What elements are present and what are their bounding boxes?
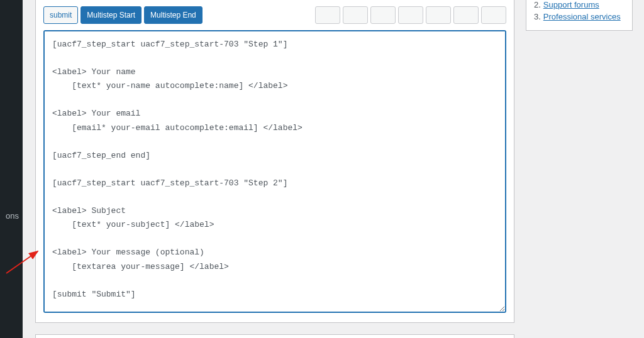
sidebar-menu-fragment[interactable]: ons bbox=[0, 211, 23, 221]
help-link-item: 2. Support forums bbox=[534, 0, 625, 9]
form-editor-panel: submit Multistep Start Multistep End bbox=[35, 0, 514, 323]
main-content: submit Multistep Start Multistep End bbox=[23, 0, 644, 338]
lower-panel bbox=[35, 334, 514, 338]
tag-placeholder bbox=[343, 6, 368, 24]
tag-multistep-end-button[interactable]: Multistep End bbox=[144, 6, 203, 24]
tag-placeholder bbox=[481, 6, 506, 24]
tag-placeholder bbox=[370, 6, 396, 24]
support-forums-link[interactable]: Support forums bbox=[543, 0, 599, 9]
tag-submit-button[interactable]: submit bbox=[43, 6, 78, 24]
admin-sidebar: ons bbox=[0, 0, 23, 338]
professional-services-link[interactable]: Professional services bbox=[543, 12, 621, 21]
tag-placeholder bbox=[453, 6, 479, 24]
tag-placeholder bbox=[426, 6, 451, 24]
form-code-textarea[interactable] bbox=[43, 30, 506, 313]
side-column: 2. Support forums 3. Professional servic… bbox=[526, 0, 633, 338]
help-panel: 2. Support forums 3. Professional servic… bbox=[526, 0, 633, 31]
tag-placeholder bbox=[398, 6, 423, 24]
tag-generator-row: submit Multistep Start Multistep End bbox=[43, 6, 506, 24]
tag-placeholder bbox=[315, 6, 340, 24]
list-number: 3. bbox=[534, 12, 541, 21]
list-number: 2. bbox=[534, 0, 541, 9]
help-link-item: 3. Professional services bbox=[534, 12, 625, 21]
editor-column: submit Multistep Start Multistep End bbox=[35, 0, 514, 338]
tag-multistep-start-button[interactable]: Multistep Start bbox=[80, 6, 142, 24]
